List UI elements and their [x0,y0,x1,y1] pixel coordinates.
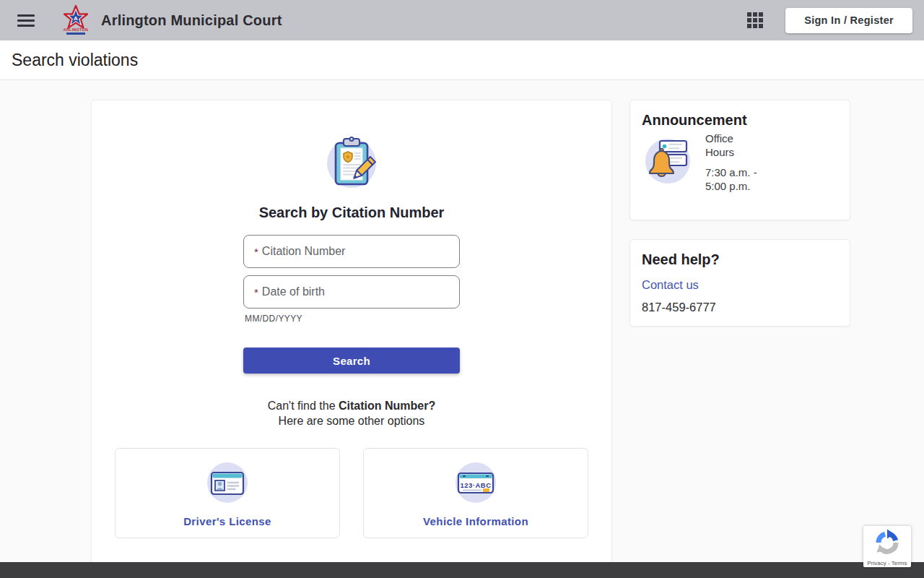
bell-announcement-icon [642,133,694,188]
help-text: Can't find the Citation Number? Here are… [268,398,435,428]
need-help-card: Need help? Contact us 817-459-6777 [629,239,850,327]
citation-search-card: Search by Citation Number * Citation Num… [91,100,612,564]
citation-number-input[interactable]: * Citation Number [243,235,460,268]
main-content: Search by Citation Number * Citation Num… [0,80,924,564]
announcement-card: Announcement [629,100,850,220]
drivers-license-option-card[interactable]: Driver's License [115,448,340,538]
phone-number: 817-459-6777 [642,301,838,314]
contact-us-link[interactable]: Contact us [642,278,699,292]
help-prefix: Can't find the [268,400,339,412]
vehicle-information-option-card[interactable]: 123·ABC Vehicle Information [363,448,588,538]
svg-text:A: A [74,15,78,22]
help-bold: Citation Number? [339,400,435,412]
clipboard-citation-icon [324,134,379,193]
citation-search-form: * Citation Number * Date of birth MM/DD/… [243,235,460,324]
app-title: Arlington Municipal Court [101,12,282,29]
date-of-birth-label: Date of birth [262,285,325,298]
sign-in-register-button[interactable]: Sign In / Register [785,8,912,33]
required-marker: * [254,246,258,258]
citation-number-label: Citation Number [262,245,346,258]
need-help-title: Need help? [642,251,838,268]
arlington-logo: A ARLINGTON [61,4,91,36]
apps-grid-icon[interactable] [741,6,770,35]
drivers-license-icon [204,459,250,508]
help-line2: Here are some other options [268,413,435,428]
drivers-license-label: Driver's License [183,515,271,527]
logo-text: ARLINGTON [64,27,88,32]
recaptcha-badge[interactable]: Privacy - Terms [863,526,911,567]
other-options-row: Driver's License 123·ABC Vehicle I [115,448,588,538]
dob-format-hint: MM/DD/YYYY [245,314,460,324]
search-card-title: Search by Citation Number [259,204,445,221]
page-heading-band: Search violations [0,40,924,80]
menu-icon[interactable] [12,6,40,35]
page-title: Search violations [12,51,138,70]
plate-text: 123·ABC [460,481,491,489]
license-plate-icon: 123·ABC [453,459,499,508]
vehicle-information-label: Vehicle Information [423,515,528,527]
app-header: A ARLINGTON Arlington Municipal Court Si… [0,0,924,40]
date-of-birth-input[interactable]: * Date of birth [243,275,460,309]
announcement-body: Office Hours 7:30 a.m. - 5:00 p.m. [642,131,763,199]
recaptcha-privacy-terms[interactable]: Privacy - Terms [868,560,907,566]
footer-bar [0,562,924,578]
required-marker: * [254,286,258,298]
recaptcha-icon [873,529,901,559]
announcement-title: Announcement [642,112,838,129]
sidebar: Announcement [629,100,850,564]
search-button[interactable]: Search [243,348,460,374]
hamburger-icon [17,14,35,27]
